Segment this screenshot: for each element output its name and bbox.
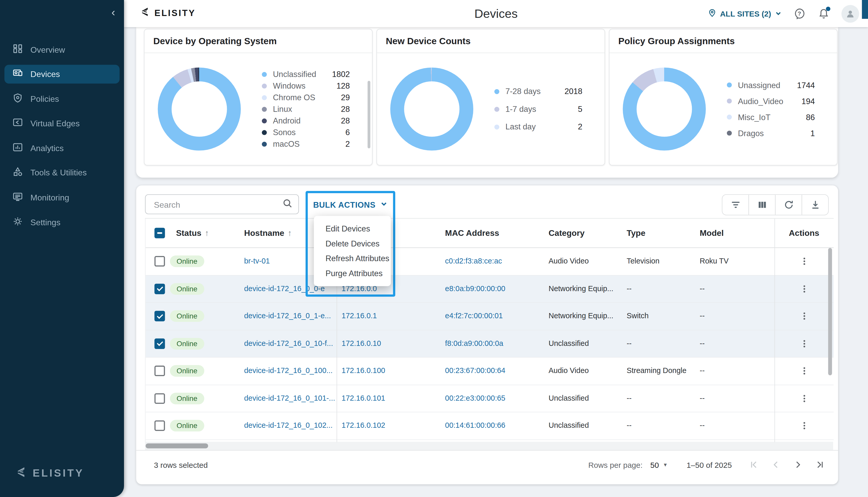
legend-item[interactable]: Linux28 [262, 104, 350, 113]
column-header-hostname[interactable]: Hostname↑ [244, 218, 291, 247]
hostname-link[interactable]: device-id-172_16_0_101-... [244, 385, 335, 412]
sidebar-item-overview[interactable]: Overview [4, 40, 119, 59]
table-row[interactable]: Online device-id-172_16_0_102... 172.16.… [146, 412, 834, 440]
legend-item[interactable]: Unclassified1802 [262, 70, 350, 79]
column-header-type[interactable]: Type [627, 218, 645, 247]
table-row[interactable]: Online device-id-172_16_0_100... 172.16.… [146, 357, 834, 385]
ip-link[interactable]: 172.16.0.101 [342, 385, 385, 412]
column-header-category[interactable]: Category [549, 218, 585, 247]
table-row[interactable]: Online device-id-172_16_0_101-... 172.16… [146, 385, 834, 412]
row-checkbox[interactable] [155, 311, 165, 322]
table-row[interactable]: Online device-id-172_16_0_0-e 172.16.0.0… [146, 275, 834, 303]
last-page-button[interactable] [815, 460, 825, 470]
site-selector[interactable]: ALL SITES (2) [708, 9, 782, 18]
filter-button[interactable] [722, 195, 749, 215]
first-page-button[interactable] [749, 460, 758, 470]
page-scrollbar[interactable] [862, 0, 868, 19]
table-vertical-scrollbar[interactable] [828, 248, 832, 375]
legend-item[interactable]: macOS2 [262, 140, 350, 148]
menu-item-edit-devices[interactable]: Edit Devices [314, 221, 391, 236]
next-page-button[interactable] [793, 460, 803, 470]
table-row[interactable]: Online br-tv-01 c0:d2:f3:a8:ce:ac Audio … [146, 248, 834, 275]
sidebar-item-monitoring[interactable]: Monitoring [4, 188, 119, 207]
row-actions-menu-button[interactable] [797, 248, 812, 275]
refresh-button[interactable] [775, 195, 801, 215]
mac-link[interactable]: f8:0d:a9:00:00:0a [445, 330, 503, 357]
legend-item[interactable]: Last day2 [495, 123, 583, 131]
legend-item[interactable]: 7-28 days2018 [495, 87, 583, 96]
sidebar-item-policies[interactable]: Policies [4, 89, 119, 108]
legend-item[interactable]: 1-7 days5 [495, 104, 583, 113]
hostname-link[interactable]: device-id-172_16_0_100... [244, 357, 333, 384]
search-icon[interactable] [282, 198, 293, 211]
menu-item-refresh-attributes[interactable]: Refresh Attributes [314, 251, 391, 266]
sidebar-collapse-icon[interactable]: ‹ [111, 7, 115, 18]
sidebar-item-tools-utilities[interactable]: Tools & Utilities [4, 163, 119, 182]
sidebar-item-devices[interactable]: Devices [4, 65, 119, 83]
table-row[interactable]: Online device-id-172_16_0_1-e... 172.16.… [146, 303, 834, 330]
menu-item-delete-devices[interactable]: Delete Devices [314, 236, 391, 251]
legend-scrollbar[interactable] [368, 81, 370, 148]
mac-link[interactable]: 00:23:67:00:00:64 [445, 357, 505, 384]
column-header-model[interactable]: Model [700, 218, 724, 247]
select-all-checkbox[interactable] [155, 228, 165, 238]
mac-link[interactable]: 00:14:61:00:00:66 [445, 412, 505, 439]
table-horizontal-scrollbar[interactable] [145, 442, 833, 450]
row-actions-menu-button[interactable] [797, 385, 812, 412]
hostname-link[interactable]: device-id-172_16_0_1-e... [244, 303, 331, 330]
row-checkbox[interactable] [155, 338, 165, 349]
ip-link[interactable]: 172.16.0.102 [342, 412, 385, 439]
bulk-actions-button[interactable]: BULK ACTIONS [305, 197, 395, 213]
policy-groups-donut-chart[interactable] [623, 68, 706, 150]
row-checkbox[interactable] [155, 256, 165, 267]
legend-item[interactable]: Misc_IoT86 [727, 113, 815, 122]
row-actions-menu-button[interactable] [797, 275, 812, 302]
search-input[interactable] [153, 199, 282, 210]
hostname-link[interactable]: br-tv-01 [244, 248, 270, 275]
mac-link[interactable]: e8:0a:b9:00:00:00 [445, 275, 505, 302]
legend-item[interactable]: Sonos6 [262, 128, 350, 137]
legend-item[interactable]: Unassigned1744 [727, 81, 815, 89]
notifications-button[interactable] [817, 7, 830, 20]
legend-dot [727, 82, 732, 87]
mac-link[interactable]: 00:22:e3:00:00:65 [445, 385, 505, 412]
sidebar-item-settings[interactable]: Settings [4, 213, 119, 231]
help-button[interactable]: ? [793, 7, 806, 20]
sidebar-item-analytics[interactable]: Analytics [4, 139, 119, 158]
legend-item[interactable]: Dragos1 [727, 129, 815, 138]
rows-per-page-select[interactable]: 50 ▼ [650, 460, 668, 469]
row-checkbox[interactable] [155, 366, 165, 377]
os-donut-chart[interactable] [158, 68, 241, 150]
row-actions-menu-button[interactable] [797, 330, 812, 357]
new-devices-donut-chart[interactable] [390, 68, 473, 150]
avatar[interactable] [841, 5, 859, 23]
column-header-status[interactable]: Status↑ [176, 218, 209, 247]
location-pin-icon [708, 9, 716, 18]
legend-item[interactable]: Windows128 [262, 81, 350, 90]
mac-link[interactable]: e4:f2:7c:00:00:01 [445, 303, 503, 330]
download-button[interactable] [801, 195, 828, 215]
table-row[interactable]: Online device-id-172_16_0_10-f... 172.16… [146, 330, 834, 357]
row-checkbox[interactable] [155, 421, 165, 431]
scrollbar-thumb[interactable] [146, 443, 208, 448]
previous-page-button[interactable] [771, 460, 781, 470]
row-actions-menu-button[interactable] [797, 357, 812, 384]
legend-item[interactable]: Android28 [262, 116, 350, 125]
legend-item[interactable]: Chrome OS29 [262, 93, 350, 102]
column-header-mac[interactable]: MAC Address [445, 218, 499, 247]
sidebar-item-virtual-edges[interactable]: Virtual Edges [4, 114, 119, 133]
menu-item-purge-attributes[interactable]: Purge Attributes [314, 266, 391, 281]
row-checkbox[interactable] [155, 393, 165, 404]
legend-item[interactable]: Audio_Video194 [727, 97, 815, 105]
ip-link[interactable]: 172.16.0.100 [342, 357, 385, 384]
row-actions-menu-button[interactable] [797, 303, 812, 330]
hostname-link[interactable]: device-id-172_16_0_10-f... [244, 330, 333, 357]
hostname-link[interactable]: device-id-172_16_0_0-e [244, 275, 325, 302]
mac-link[interactable]: c0:d2:f3:a8:ce:ac [445, 248, 502, 275]
hostname-link[interactable]: device-id-172_16_0_102... [244, 412, 333, 439]
ip-link[interactable]: 172.16.0.10 [342, 330, 381, 357]
columns-button[interactable] [749, 195, 775, 215]
ip-link[interactable]: 172.16.0.1 [342, 303, 377, 330]
row-checkbox[interactable] [155, 284, 165, 294]
row-actions-menu-button[interactable] [797, 412, 812, 439]
